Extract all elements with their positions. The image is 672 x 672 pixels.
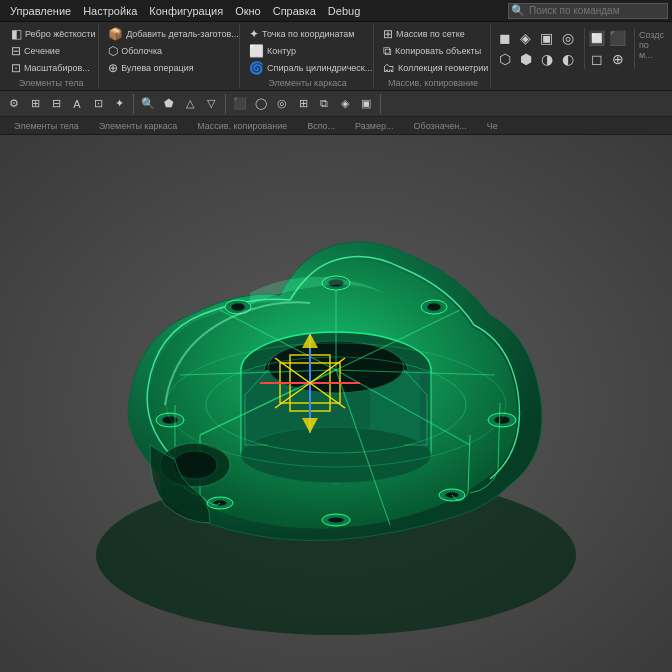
ribbon-content: ◧ Ребро жёсткости ⊟ Сечение ⊡ Масштабиро… [0,22,672,90]
tb-view7-btn[interactable]: ▣ [356,94,376,114]
rib-icon: ◧ [11,27,22,41]
ribbon-label-create: Создспо м... [637,28,666,62]
ribbon-btn-spiral[interactable]: 🌀 Спираль цилиндрическ... [246,60,375,76]
tb-grid-btn[interactable]: ⊞ [25,94,45,114]
ribbon-btn-copy-objects[interactable]: ⧉ Копировать объекты [380,43,491,59]
viewport-label-massiv[interactable]: Массив. копирование [191,120,293,132]
ribbon-icon-btn-11[interactable]: ◻ [587,49,607,69]
ribbon-btn-add-part[interactable]: 📦 Добавить деталь-заготов... [105,26,242,42]
search-input[interactable] [525,5,665,16]
tb-view6-btn[interactable]: ◈ [335,94,355,114]
tb-measure-btn[interactable]: ⊡ [88,94,108,114]
ribbon-icon-btn-7[interactable]: ◑ [537,49,557,69]
svg-point-15 [494,416,510,424]
viewport-label-oboznachen[interactable]: Обозначен... [408,120,473,132]
ribbon-btn-rib[interactable]: ◧ Ребро жёсткости [8,26,99,42]
menu-item-nastroika[interactable]: Настройка [77,3,143,19]
search-icon: 🔍 [509,4,525,17]
add-part-icon: 📦 [108,27,123,41]
viewport[interactable] [0,135,672,672]
viewport-label-vspo[interactable]: Вспо... [301,120,341,132]
toolbar-section-1: ⚙ ⊞ ⊟ A ⊡ ✦ [4,94,134,114]
menu-item-konfiguraciya[interactable]: Конфигурация [143,3,229,19]
svg-point-11 [427,303,441,311]
menu-item-debug[interactable]: Debug [322,3,366,19]
ribbon-btn-boolean[interactable]: ⊕ Булева операция [105,60,242,76]
model-viewport-svg [0,135,672,672]
viewport-label-che[interactable]: Чe [481,120,504,132]
ribbon-btn-contour[interactable]: ⬜ Контур [246,43,375,59]
boolean-icon: ⊕ [108,61,118,75]
menu-item-upravlenie[interactable]: Управление [4,3,77,19]
tb-nav2-btn[interactable]: △ [180,94,200,114]
ribbon-icon-btn-2[interactable]: ◈ [516,28,536,48]
tb-snap-btn[interactable]: ⊟ [46,94,66,114]
tb-view1-btn[interactable]: ⬛ [230,94,250,114]
toolbar-section-2: 🔍 ⬟ △ ▽ [138,94,226,114]
ribbon-group-label-array: Массив. копирование [380,78,486,88]
ribbon-icon-btn-3[interactable]: ▣ [537,28,557,48]
tb-nav3-btn[interactable]: ▽ [201,94,221,114]
tb-view5-btn[interactable]: ⧉ [314,94,334,114]
tb-align-btn[interactable]: A [67,94,87,114]
toolbar: ⚙ ⊞ ⊟ A ⊡ ✦ 🔍 ⬟ △ ▽ ⬛ ◯ ◎ ⊞ ⧉ ◈ ▣ [0,91,672,117]
ribbon-btn-grid-array[interactable]: ⊞ Массив по сетке [380,26,491,42]
tb-view3-btn[interactable]: ◎ [272,94,292,114]
viewport-label-razmer[interactable]: Размер... [349,120,399,132]
ribbon-btn-section[interactable]: ⊟ Сечение [8,43,99,59]
menu-item-okno[interactable]: Окно [229,3,267,19]
ribbon-icon-btn-5[interactable]: ⬡ [495,49,515,69]
contour-icon: ⬜ [249,44,264,58]
viewport-label-elements-karkasa[interactable]: Элементы каркаса [93,120,183,132]
ribbon-group-array: ⊞ Массив по сетке ⧉ Копировать объекты 🗂… [376,24,491,88]
grid-array-icon: ⊞ [383,27,393,41]
ribbon-icon-btn-6[interactable]: ⬢ [516,49,536,69]
search-bar[interactable]: 🔍 [508,3,668,19]
svg-point-9 [231,303,245,311]
tb-view2-btn[interactable]: ◯ [251,94,271,114]
ribbon-icon-btn-9[interactable]: 🔲 [587,28,607,48]
tb-coord-btn[interactable]: ✦ [109,94,129,114]
ribbon-icon-btn-8[interactable]: ◐ [558,49,578,69]
point-icon: ✦ [249,27,259,41]
toolbar-section-3: ⬛ ◯ ◎ ⊞ ⧉ ◈ ▣ [230,94,381,114]
ribbon-group-label-body: Элементы тела [8,78,94,88]
ribbon-group-wireframe: ✦ Точка по координатам ⬜ Контур 🌀 Спирал… [242,24,374,88]
ribbon-btn-collection[interactable]: 🗂 Коллекция геометрии [380,60,491,76]
tb-view4-btn[interactable]: ⊞ [293,94,313,114]
ribbon-right-groups: ◼ ◈ ▣ ◎ ⬡ ⬢ ◑ ◐ 🔲 ⬛ ◻ [493,24,668,88]
tb-nav1-btn[interactable]: ⬟ [159,94,179,114]
ribbon-btn-point[interactable]: ✦ Точка по координатам [246,26,375,42]
ribbon-btn-scale[interactable]: ⊡ Масштабиров... [8,60,99,76]
ribbon-icon-btn-12[interactable]: ⊕ [608,49,628,69]
ribbon: ◧ Ребро жёсткости ⊟ Сечение ⊡ Масштабиро… [0,22,672,91]
ribbon-btn-shell[interactable]: ⬡ Оболочка [105,43,242,59]
copy-objects-icon: ⧉ [383,44,392,58]
svg-point-4 [241,427,431,483]
menu-item-spravka[interactable]: Справка [267,3,322,19]
tb-zoom-btn[interactable]: 🔍 [138,94,158,114]
ribbon-group-add: 📦 Добавить деталь-заготов... ⬡ Оболочка … [101,24,240,88]
tb-settings-btn[interactable]: ⚙ [4,94,24,114]
collection-icon: 🗂 [383,61,395,75]
svg-point-13 [162,416,178,424]
scale-icon: ⊡ [11,61,21,75]
ribbon-group-label-wireframe: Элементы каркаса [246,78,369,88]
viewport-label-elements-tela[interactable]: Элементы тела [8,120,85,132]
shell-icon: ⬡ [108,44,118,58]
ribbon-icon-btn-1[interactable]: ◼ [495,28,515,48]
title-bar: Управление Настройка Конфигурация Окно С… [0,0,672,22]
svg-point-21 [328,517,344,523]
section-icon: ⊟ [11,44,21,58]
ribbon-icon-btn-4[interactable]: ◎ [558,28,578,48]
ribbon-group-body-elements: ◧ Ребро жёсткости ⊟ Сечение ⊡ Масштабиро… [4,24,99,88]
ribbon-icon-btn-10[interactable]: ⬛ [608,28,628,48]
viewport-labels: Элементы тела Элементы каркаса Массив. к… [0,117,672,135]
spiral-icon: 🌀 [249,61,264,75]
